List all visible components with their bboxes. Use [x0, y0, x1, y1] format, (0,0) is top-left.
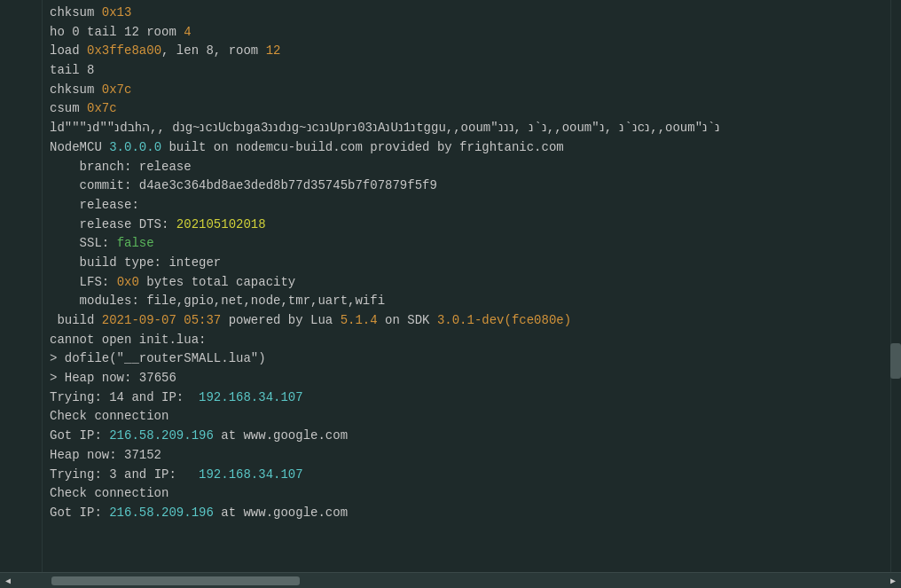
terminal-line-14: build type: integer — [50, 254, 894, 273]
terminal-line-27: Got IP: 216.58.209.196 at www.google.com — [50, 504, 894, 523]
terminal-line-8: NodeMCU 3.0.0.0 built on nodemcu-build.c… — [50, 138, 894, 158]
terminal-line-19: > dofile("__routerSMALL.lua") — [50, 349, 894, 369]
horizontal-scrollbar-area[interactable]: ◀ ▶ — [0, 572, 901, 588]
terminal-line-18: cannot open init.lua: — [50, 331, 894, 350]
scrollbar-track[interactable] — [34, 576, 867, 585]
vertical-scrollbar-thumb[interactable] — [890, 343, 901, 379]
terminal-line-2: ho 0 tail 12 room 4 — [50, 23, 894, 43]
terminal-line-26: Check connection — [50, 484, 894, 504]
terminal-line-5: chksum 0x7c — [50, 81, 894, 100]
main-content-row: chksum 0x13ho 0 tail 12 room 4load 0x3ff… — [0, 0, 901, 572]
terminal-line-3: load 0x3ffe8a00, len 8, room 12 — [50, 42, 894, 61]
scroll-right-button[interactable]: ▶ — [885, 573, 901, 589]
terminal-line-7: ld"""נd""נdבhה,, dנg~נcנUcbנga3ננdנg~נcנ… — [50, 119, 894, 138]
terminal-line-6: csum 0x7c — [50, 99, 894, 119]
content-area[interactable]: chksum 0x13ho 0 tail 12 room 4load 0x3ff… — [43, 0, 901, 572]
terminal-line-16: modules: file,gpio,net,node,tmr,uart,wif… — [50, 292, 894, 311]
terminal-line-23: Got IP: 216.58.209.196 at www.google.com — [50, 427, 894, 446]
terminal-line-13: SSL: false — [50, 234, 894, 254]
terminal-line-15: LFS: 0x0 bytes total capacity — [50, 273, 894, 293]
scroll-left-button[interactable]: ◀ — [0, 573, 16, 589]
terminal-line-11: release: — [50, 196, 894, 216]
terminal-line-20: > Heap now: 37656 — [50, 369, 894, 388]
terminal-line-25: Trying: 3 and IP: 192.168.34.107 — [50, 466, 894, 485]
left-gutter — [0, 0, 43, 572]
terminal-window: chksum 0x13ho 0 tail 12 room 4load 0x3ff… — [0, 0, 901, 588]
terminal-line-17: build 2021-09-07 05:37 powered by Lua 5.… — [50, 311, 894, 331]
terminal-output: chksum 0x13ho 0 tail 12 room 4load 0x3ff… — [43, 0, 901, 527]
terminal-line-21: Trying: 14 and IP: 192.168.34.107 — [50, 388, 894, 408]
terminal-line-12: release DTS: 202105102018 — [50, 216, 894, 235]
terminal-line-9: branch: release — [50, 158, 894, 177]
terminal-line-24: Heap now: 37152 — [50, 446, 894, 466]
terminal-line-10: commit: d4ae3c364bd8ae3ded8b77d35745b7f0… — [50, 176, 894, 196]
terminal-line-22: Check connection — [50, 407, 894, 427]
terminal-line-4: tail 8 — [50, 61, 894, 81]
vertical-scrollbar[interactable] — [890, 0, 901, 572]
terminal-line-1: chksum 0x13 — [50, 4, 894, 23]
scrollbar-thumb[interactable] — [51, 576, 300, 585]
